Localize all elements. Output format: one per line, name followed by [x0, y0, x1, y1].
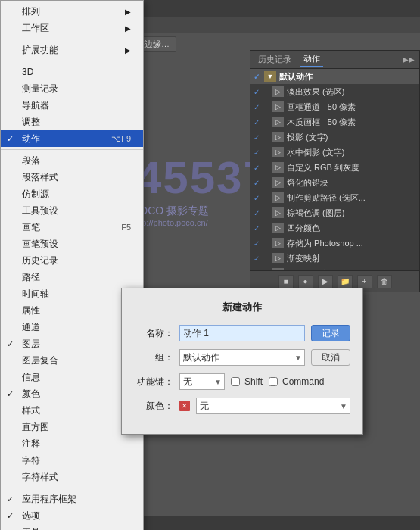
action-label: 熔化的铅块: [287, 177, 416, 189]
menu-item[interactable]: 导航器: [1, 97, 143, 114]
name-input[interactable]: [179, 325, 305, 341]
menu-item[interactable]: 注释: [1, 435, 143, 452]
menu-item-label: 画笔预设: [22, 238, 58, 251]
menu-item[interactable]: 历史记录: [1, 252, 143, 269]
delete-button[interactable]: 🗑: [377, 275, 392, 288]
action-label: 淡出效果 (选区): [287, 86, 416, 98]
action-item[interactable]: ✓▷制作剪贴路径 (选区...: [250, 190, 419, 205]
fkey-label: 功能键：: [134, 376, 173, 388]
menu-item-label: 字符样式: [22, 471, 58, 484]
action-item[interactable]: ✓▷投影 (文字): [250, 129, 419, 145]
new-action-button[interactable]: +: [357, 275, 372, 288]
action-item[interactable]: ✓▷熔化的铅块: [250, 175, 419, 190]
record-button[interactable]: ●: [298, 275, 313, 288]
tab-history[interactable]: 历史记录: [255, 52, 294, 67]
panel-tabs: 历史记录 动作 ▶▶: [250, 51, 419, 69]
shift-checkbox-row: Shift: [231, 376, 263, 387]
action-item[interactable]: ✓▷渐变映射: [250, 251, 419, 266]
menu-item-label: 注释: [22, 438, 40, 450]
action-item[interactable]: ✓▷棕褐色调 (图层): [250, 205, 419, 220]
menu-item[interactable]: 画笔预设: [1, 235, 143, 252]
action-check: ✓: [254, 209, 264, 217]
menu-check-icon: ✓: [7, 528, 14, 531]
menu-item-label: 通道: [22, 321, 40, 334]
play-button[interactable]: ▶: [318, 275, 333, 288]
action-item[interactable]: ✓▷水中倒影 (文字): [250, 145, 419, 160]
action-item[interactable]: ✓▷木质画框 - 50 像素: [250, 114, 419, 129]
menu-item[interactable]: ✓选项: [1, 507, 143, 524]
color-x-icon: ✕: [179, 401, 190, 411]
action-check: ✓: [254, 239, 264, 248]
menu-item[interactable]: 段落: [1, 152, 143, 169]
menu-item[interactable]: 3D: [1, 64, 143, 80]
menu-item[interactable]: 字符: [1, 452, 143, 469]
menu-item-label: 动作: [22, 132, 40, 145]
action-check: ✓: [254, 133, 264, 142]
command-checkbox[interactable]: [269, 377, 278, 386]
new-action-dialog: 新建动作 名称： 记录 组： 默认动作 ▼ 取消 功能键： 无 ▼ Shift: [121, 288, 363, 435]
menu-item[interactable]: 扩展功能▶: [1, 42, 143, 58]
dialog-title: 新建动作: [134, 301, 350, 314]
shift-checkbox[interactable]: [231, 377, 240, 386]
menu-item[interactable]: 画笔F5: [1, 219, 143, 235]
menu-item-label: 工具预设: [22, 204, 58, 217]
action-item[interactable]: ✓▷四分颜色: [250, 220, 419, 235]
actions-list: ✓▼默认动作✓▷淡出效果 (选区)✓▷画框通道 - 50 像素✓▷木质画框 - …: [250, 69, 419, 270]
menu-item[interactable]: ✓工具: [1, 524, 143, 530]
action-item[interactable]: ✓▷存储为 Photoshop ...: [250, 235, 419, 251]
panel-menu-icon[interactable]: ▶▶: [403, 55, 415, 64]
stop-button[interactable]: ■: [278, 275, 294, 288]
action-check: ✓: [254, 118, 264, 126]
action-label: 投影 (文字): [287, 132, 416, 143]
action-item[interactable]: ✓▷画框通道 - 50 像素: [250, 99, 419, 114]
menu-section-1: 扩展功能▶: [1, 39, 143, 61]
menu-item[interactable]: 工具预设: [1, 202, 143, 219]
action-item[interactable]: ✓▼默认动作: [250, 69, 419, 84]
menu-item-label: 路径: [22, 271, 40, 284]
action-item[interactable]: ✓▷淡出效果 (选区): [250, 84, 419, 99]
menu-item-label: 调整: [22, 116, 40, 129]
menu-section-0: 排列▶工作区▶: [1, 1, 143, 39]
menu-item-label: 直方图: [22, 421, 49, 434]
menu-item-label: 工作区: [22, 22, 49, 35]
action-check: ✓: [254, 179, 264, 187]
group-select[interactable]: 默认动作: [179, 349, 305, 366]
action-icon: ▷: [272, 86, 284, 97]
action-icon: ▷: [272, 253, 284, 263]
submenu-arrow-icon: ▶: [125, 8, 131, 16]
command-label: Command: [282, 376, 324, 387]
record-button[interactable]: 记录: [311, 325, 350, 341]
action-icon: ▷: [272, 177, 284, 188]
menu-item[interactable]: 测量记录: [1, 80, 143, 97]
menu-item[interactable]: 工作区▶: [1, 20, 143, 36]
menu-item-label: 选项: [22, 510, 40, 522]
menu-item-label: 段落: [22, 154, 40, 167]
fkey-select[interactable]: 无: [179, 373, 225, 390]
menu-item-label: 应用程序框架: [22, 493, 76, 506]
menu-item-label: 3D: [22, 67, 33, 77]
new-set-button[interactable]: 📁: [338, 275, 353, 288]
menu-item[interactable]: 段落样式: [1, 169, 143, 186]
action-item[interactable]: ✓▷自定义 RGB 到灰度: [250, 160, 419, 175]
menu-item-label: 样式: [22, 404, 40, 417]
color-select[interactable]: 无: [196, 398, 350, 414]
dialog-name-row: 名称： 记录: [134, 325, 350, 341]
cancel-button[interactable]: 取消: [311, 349, 350, 366]
menu-item-label: 字符: [22, 454, 40, 467]
menu-item[interactable]: 仿制源: [1, 186, 143, 202]
menu-item[interactable]: ✓应用程序框架: [1, 491, 143, 507]
menu-item[interactable]: 排列▶: [1, 3, 143, 20]
action-icon: ▷: [272, 101, 284, 112]
menu-item-label: 图层复合: [22, 354, 58, 367]
menu-item[interactable]: 调整: [1, 114, 143, 130]
menu-item[interactable]: 字符样式: [1, 469, 143, 485]
action-check: ✓: [254, 88, 264, 96]
menu-item-label: 信息: [22, 371, 40, 384]
menu-section-2: 3D测量记录导航器调整✓动作⌥F9: [1, 61, 143, 150]
tab-actions[interactable]: 动作: [300, 51, 323, 67]
menu-item[interactable]: 路径: [1, 269, 143, 285]
menu-item-label: 导航器: [22, 99, 49, 112]
window-dropdown-menu: 排列▶工作区▶扩展功能▶3D测量记录导航器调整✓动作⌥F9段落段落样式仿制源工具…: [0, 0, 144, 530]
menu-check-icon: ✓: [7, 389, 14, 399]
menu-item[interactable]: ✓动作⌥F9: [1, 130, 143, 147]
